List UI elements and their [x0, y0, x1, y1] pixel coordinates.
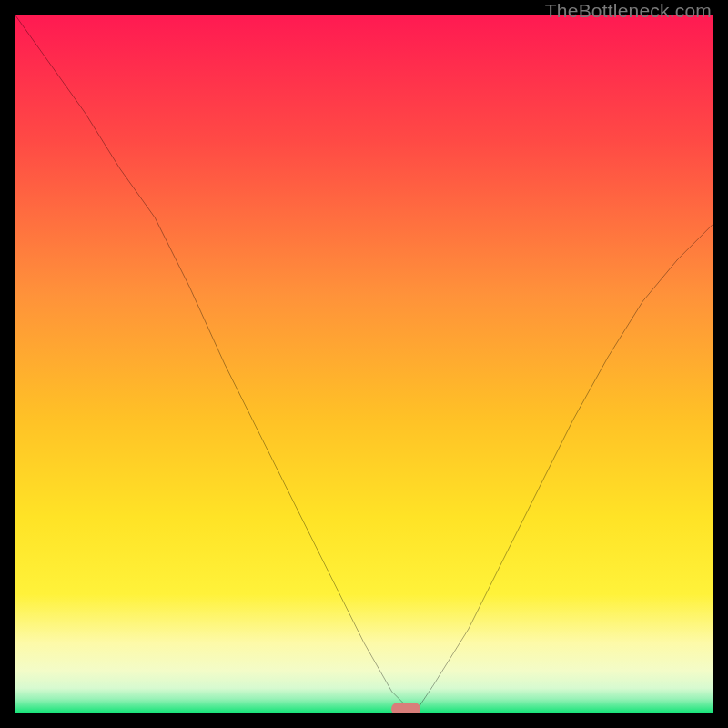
- plot-area: [15, 15, 713, 713]
- bottleneck-curve: [15, 15, 713, 713]
- chart-frame: TheBottleneck.com: [0, 0, 728, 728]
- optimum-marker: [391, 703, 420, 713]
- watermark-text: TheBottleneck.com: [545, 0, 712, 22]
